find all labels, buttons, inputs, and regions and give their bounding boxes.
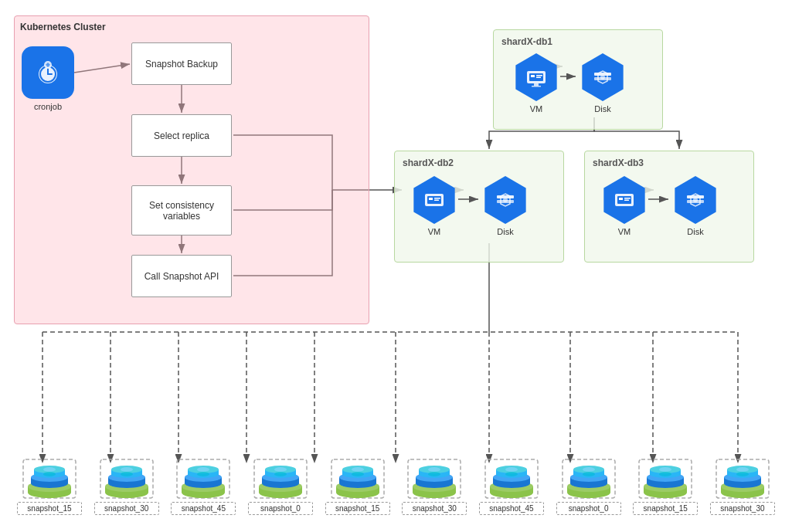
snapshot-icon-9: [716, 459, 770, 499]
shard-db1-vm-icon: [512, 53, 560, 101]
svg-point-89: [197, 467, 209, 472]
svg-rect-50: [624, 200, 629, 202]
db1-vm-disk-arrow: [560, 69, 582, 84]
kubernetes-cluster-label: Kubernetes Cluster: [20, 22, 106, 32]
snapshot-icon-2: [176, 459, 230, 499]
snapshot-item-9: snapshot_30: [709, 459, 777, 515]
snapshot-backup-label: Snapshot Backup: [145, 59, 218, 69]
svg-rect-41: [434, 200, 439, 202]
snapshot-row: snapshot_15 snapshot_30: [15, 459, 777, 515]
db2-vm-disk-arrow: [458, 191, 484, 207]
snapshot-icon-7: [562, 459, 616, 499]
shard-db3-vm-label: VM: [618, 227, 631, 236]
snapshot-item-1: snapshot_30: [93, 459, 161, 515]
shard-db2-vm-label: VM: [428, 227, 441, 236]
svg-point-101: [274, 467, 287, 472]
snapshot-label-9: snapshot_30: [710, 502, 775, 515]
snapshot-label-6: snapshot_45: [479, 502, 544, 515]
snapshot-label-3: snapshot_0: [248, 502, 313, 515]
snapshot-item-5: snapshot_30: [400, 459, 468, 515]
shard-db1-disk-icon: [579, 53, 627, 101]
shard-db1-label: shardX-db1: [501, 36, 552, 47]
shard-db1-vm-label: VM: [530, 104, 543, 114]
snapshot-icon-1: [100, 459, 154, 499]
shard-db3-disk-container: Disk: [671, 176, 719, 236]
svg-point-137: [505, 467, 518, 472]
shard-db3-box: shardX-db3 VM: [584, 151, 754, 263]
svg-point-138: [505, 472, 518, 476]
svg-point-125: [428, 467, 440, 472]
shard-db2-disk-label: Disk: [497, 227, 513, 236]
shard-db3-disk-icon: [671, 176, 719, 224]
shard-db2-disk-icon: [481, 176, 529, 224]
call-snapshot-label: Call Snapshot API: [144, 271, 219, 282]
svg-point-161: [659, 467, 671, 472]
set-consistency-label: Set consistency variables: [137, 200, 226, 222]
shard-db3-vm-icon: [600, 176, 648, 224]
svg-point-66: [43, 472, 56, 476]
shard-db2-vm-icon: [410, 176, 458, 224]
svg-point-53: [693, 198, 698, 202]
shard-db3-disk-label: Disk: [687, 227, 703, 236]
call-snapshot-box: Call Snapshot API: [131, 255, 232, 297]
snapshot-item-6: snapshot_45: [478, 459, 546, 515]
shard-db2-disk-container: Disk: [481, 176, 529, 236]
svg-rect-48: [619, 198, 623, 200]
snapshot-item-4: snapshot_15: [324, 459, 392, 515]
snapshot-item-0: snapshot_15: [15, 459, 83, 515]
snapshot-label-8: snapshot_15: [633, 502, 698, 515]
svg-point-102: [274, 472, 287, 476]
svg-point-174: [736, 472, 749, 476]
svg-point-44: [503, 198, 508, 202]
snapshot-icon-3: [253, 459, 308, 499]
svg-rect-30: [536, 77, 541, 79]
shard-db1-box: shardX-db1 VM: [493, 29, 663, 130]
snapshot-item-7: snapshot_0: [555, 459, 623, 515]
shard-db2-label: shardX-db2: [403, 158, 454, 168]
snapshot-item-3: snapshot_0: [246, 459, 314, 515]
select-replica-box: Select replica: [131, 114, 232, 157]
svg-point-77: [121, 467, 133, 472]
snapshot-label-5: snapshot_30: [402, 502, 467, 515]
snapshot-icon-5: [407, 459, 461, 499]
svg-rect-40: [434, 198, 440, 199]
svg-point-173: [736, 467, 749, 472]
shard-db1-disk-label: Disk: [594, 104, 610, 114]
snapshot-item-2: snapshot_45: [169, 459, 237, 515]
shard-db2-box: shardX-db2 VM: [394, 151, 564, 263]
shard-db1-disk-container: Disk: [579, 53, 627, 114]
snapshot-icon-4: [331, 459, 385, 499]
svg-point-65: [43, 467, 56, 472]
snapshot-label-0: snapshot_15: [17, 502, 82, 515]
svg-point-78: [121, 472, 133, 476]
snapshot-backup-box: Snapshot Backup: [131, 42, 232, 85]
db3-vm-disk-arrow: [648, 191, 675, 207]
svg-point-162: [659, 472, 671, 476]
snapshot-icon-8: [638, 459, 692, 499]
svg-point-113: [352, 467, 364, 472]
svg-point-114: [352, 472, 364, 476]
snapshot-icon-6: [484, 459, 539, 499]
svg-rect-29: [536, 75, 542, 76]
cronjob-label: cronjob: [22, 102, 74, 111]
diagram: Kubernetes Cluster cronjob Snapshot Back…: [0, 0, 792, 532]
cronjob-icon: [22, 46, 74, 99]
shard-db2-vm-container: VM: [410, 176, 458, 236]
snapshot-label-7: snapshot_0: [556, 502, 621, 515]
svg-point-150: [583, 472, 595, 476]
snapshot-icon-0: [22, 459, 76, 499]
shard-db1-vm-container: VM: [512, 53, 560, 114]
shard-db3-vm-container: VM: [600, 176, 648, 236]
set-consistency-box: Set consistency variables: [131, 185, 232, 236]
svg-point-90: [197, 472, 209, 476]
select-replica-label: Select replica: [154, 130, 209, 141]
svg-rect-39: [429, 198, 433, 200]
svg-rect-31: [534, 83, 539, 86]
snapshot-label-1: snapshot_30: [94, 502, 159, 515]
svg-rect-32: [532, 86, 541, 87]
svg-point-126: [428, 472, 440, 476]
svg-rect-28: [531, 75, 535, 77]
svg-point-35: [600, 75, 605, 80]
snapshot-label-4: snapshot_15: [325, 502, 390, 515]
snapshot-item-8: snapshot_15: [631, 459, 699, 515]
